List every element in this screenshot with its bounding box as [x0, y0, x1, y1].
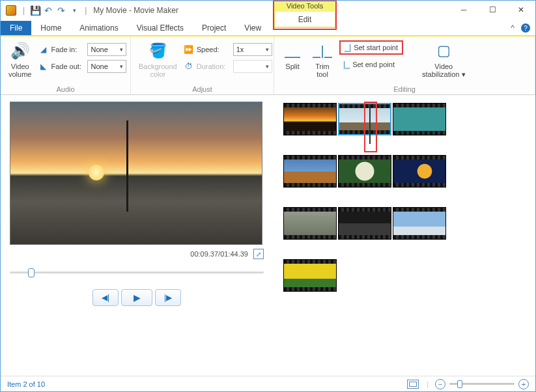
qat-dropdown-icon[interactable]: ▾: [69, 5, 79, 16]
timeline-row: [283, 103, 525, 135]
fullscreen-icon[interactable]: ⤢: [253, 249, 264, 259]
timeline-row: [283, 259, 525, 292]
clip-thumbnail[interactable]: [338, 207, 391, 240]
fade-out-icon: ◣: [38, 61, 48, 72]
thumbnail-view-icon[interactable]: [407, 380, 419, 389]
stabilization-icon: ▢: [433, 40, 454, 61]
timeline-row: [283, 155, 525, 188]
maximize-button[interactable]: ☐: [478, 1, 507, 19]
separator: |: [427, 380, 429, 388]
ribbon: 🔊 Video volume ◢ Fade in: None▾ ◣ Fade o…: [1, 36, 535, 95]
qat-separator: |: [23, 6, 25, 15]
quick-access-toolbar: | 💾 ↶ ↷ ▾ |: [20, 5, 89, 16]
group-label-audio: Audio: [6, 84, 125, 93]
duration-label: Duration:: [197, 63, 231, 70]
fade-in-row: ◢ Fade in: None▾: [38, 43, 126, 56]
play-button[interactable]: ▶: [121, 289, 152, 306]
speed-value: 1x: [236, 46, 244, 53]
end-point-icon: |⎯: [343, 60, 350, 69]
preview-pane: 00:09.37/01:44.39 ⤢ ◀| ▶ |▶: [1, 95, 273, 376]
fade-in-combo[interactable]: None▾: [87, 43, 126, 56]
tab-file[interactable]: File: [1, 21, 31, 35]
next-frame-button[interactable]: |▶: [155, 289, 181, 306]
clip-thumbnail-selected[interactable]: [338, 103, 391, 135]
title-bar: | 💾 ↶ ↷ ▾ | My Movie - Movie Maker Video…: [1, 1, 535, 20]
fade-in-icon: ◢: [38, 44, 48, 55]
chevron-down-icon: ▾: [120, 46, 123, 53]
background-color-button: 🪣 Background color: [136, 39, 180, 79]
set-start-point-button[interactable]: ⎯| Set start point: [339, 40, 403, 55]
trim-icon: ⎯|⎯: [312, 40, 333, 61]
preview-monitor[interactable]: [10, 102, 262, 245]
split-button[interactable]: ⎯⎯ Split: [279, 39, 305, 79]
trim-tool-button[interactable]: ⎯|⎯ Trim tool: [309, 39, 335, 79]
timeline-row: [283, 207, 525, 240]
status-bar: Item 2 of 10 | − +: [1, 376, 535, 391]
video-stabilization-button[interactable]: ▢ Video stabilization ▾: [419, 39, 468, 79]
speed-icon: ⏩: [184, 44, 194, 55]
clip-thumbnail[interactable]: [283, 103, 337, 135]
tab-edit[interactable]: Edit: [274, 12, 335, 28]
split-icon: ⎯⎯: [282, 40, 303, 61]
tab-project[interactable]: Project: [193, 21, 235, 35]
save-icon[interactable]: 💾: [30, 5, 40, 16]
tab-view[interactable]: View: [235, 21, 270, 35]
help-icon[interactable]: ?: [521, 23, 530, 33]
speaker-icon: 🔊: [10, 40, 31, 61]
set-end-point-button[interactable]: |⎯ Set end point: [339, 59, 403, 70]
clip-thumbnail[interactable]: [393, 155, 446, 188]
chevron-down-icon: ▾: [266, 46, 269, 53]
clip-thumbnail[interactable]: [283, 207, 337, 240]
speed-row: ⏩ Speed: 1x▾: [184, 43, 272, 56]
fade-out-row: ◣ Fade out: None▾: [38, 60, 126, 73]
seek-thumb[interactable]: [28, 268, 35, 277]
prev-frame-button[interactable]: ◀|: [92, 289, 119, 306]
collapse-ribbon-icon[interactable]: ^: [511, 23, 515, 33]
ribbon-group-editing: ⎯⎯ Split ⎯|⎯ Trim tool ⎯| Set start poin…: [274, 36, 535, 94]
fade-in-value: None: [91, 46, 107, 53]
video-volume-label: Video volume: [8, 63, 31, 78]
tab-home[interactable]: Home: [31, 21, 70, 35]
zoom-out-button[interactable]: −: [435, 379, 445, 389]
chevron-down-icon: ▾: [120, 63, 123, 70]
zoom-control: − +: [435, 379, 529, 389]
contextual-tab-header: Video Tools: [274, 1, 335, 12]
set-end-label: Set end point: [352, 61, 395, 68]
zoom-in-button[interactable]: +: [518, 379, 529, 389]
stabilization-label: Video stabilization ▾: [422, 63, 466, 78]
set-start-label: Set start point: [354, 44, 398, 51]
clip-thumbnail[interactable]: [283, 259, 337, 292]
video-volume-button[interactable]: 🔊 Video volume: [6, 39, 34, 79]
window-title: My Movie - Movie Maker: [93, 6, 178, 15]
timeline-pane[interactable]: [273, 95, 535, 376]
clip-thumbnail[interactable]: [283, 155, 337, 188]
bg-color-label: Background color: [139, 63, 177, 78]
paint-bucket-icon: 🪣: [147, 40, 168, 61]
minimize-button[interactable]: ─: [449, 1, 478, 19]
split-label: Split: [285, 63, 299, 70]
qat-separator: |: [85, 6, 87, 15]
redo-icon[interactable]: ↷: [56, 5, 66, 16]
duration-icon: ⏱: [184, 61, 194, 72]
zoom-slider[interactable]: [449, 383, 515, 385]
fade-out-combo[interactable]: None▾: [87, 60, 126, 73]
content-area: 00:09.37/01:44.39 ⤢ ◀| ▶ |▶: [1, 95, 535, 376]
seek-bar[interactable]: [10, 266, 264, 279]
group-label-adjust: Adjust: [136, 84, 268, 93]
time-display: 00:09.37/01:44.39: [190, 250, 248, 258]
contextual-tab-group: Video Tools Edit: [274, 1, 335, 28]
close-button[interactable]: ✕: [507, 1, 535, 19]
start-point-icon: ⎯|: [345, 43, 351, 52]
trim-label: Trim tool: [315, 63, 330, 78]
undo-icon[interactable]: ↶: [43, 5, 53, 16]
clip-thumbnail[interactable]: [393, 103, 446, 135]
ribbon-group-adjust: 🪣 Background color ⏩ Speed: 1x▾ ⏱ Durati…: [131, 36, 274, 94]
duration-row: ⏱ Duration: ▾: [184, 60, 272, 73]
clip-thumbnail[interactable]: [338, 155, 391, 188]
group-label-editing: Editing: [279, 84, 529, 93]
tab-visual-effects[interactable]: Visual Effects: [128, 21, 193, 35]
clip-thumbnail[interactable]: [393, 207, 446, 240]
speed-combo[interactable]: 1x▾: [233, 43, 272, 56]
zoom-thumb[interactable]: [457, 380, 462, 388]
tab-animations[interactable]: Animations: [70, 21, 127, 35]
